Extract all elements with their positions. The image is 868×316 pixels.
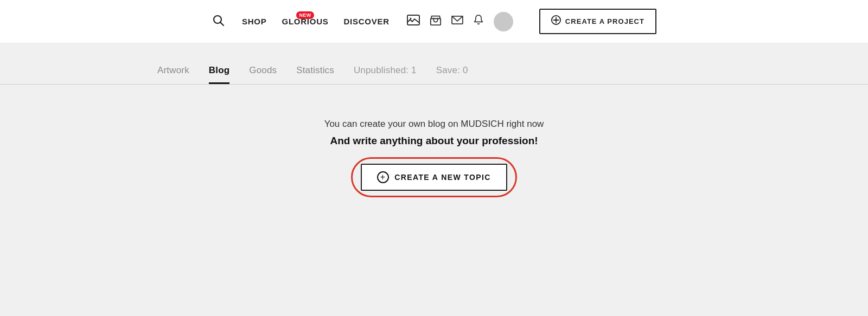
tab-artwork[interactable]: Artwork [157,65,189,84]
mail-icon[interactable] [451,15,463,28]
tab-unpublished[interactable]: Unpublished: 1 [354,65,417,84]
header-icons [407,12,513,31]
create-topic-button[interactable]: + CREATE A NEW TOPIC [361,164,507,191]
create-topic-plus-icon: + [377,171,389,183]
create-topic-label: CREATE A NEW TOPIC [394,173,491,182]
tab-statistics[interactable]: Statistics [296,65,334,84]
shop-icon[interactable] [430,14,442,29]
gallery-icon[interactable] [407,15,420,28]
nav-glorious[interactable]: NEW GLORIOUS [282,17,328,26]
create-project-button[interactable]: CREATE A PROJECT [539,9,656,34]
avatar[interactable] [494,12,513,31]
main-content: You can create your own blog on MUDSICH … [0,85,868,212]
header: SHOP NEW GLORIOUS DISCOVER [0,0,868,43]
tab-save[interactable]: Save: 0 [436,65,468,84]
create-project-plus-icon [551,15,561,28]
search-icon[interactable] [212,14,225,30]
tabs-row: Artwork Blog Goods Statistics Unpublishe… [157,65,711,84]
tabs-section: Artwork Blog Goods Statistics Unpublishe… [0,43,868,85]
svg-point-3 [410,18,411,20]
blog-desc-line1: You can create your own blog on MUDSICH … [324,119,544,129]
nav-discover[interactable]: DISCOVER [344,17,390,26]
tabs-container: Artwork Blog Goods Statistics Unpublishe… [136,65,732,84]
bell-icon[interactable] [473,14,484,29]
create-project-label: CREATE A PROJECT [565,17,644,25]
glorious-badge: NEW [296,11,314,19]
header-inner: SHOP NEW GLORIOUS DISCOVER [212,9,656,34]
tab-blog[interactable]: Blog [209,65,229,84]
blog-description: You can create your own blog on MUDSICH … [324,117,544,149]
svg-line-1 [220,22,224,25]
nav-shop[interactable]: SHOP [242,17,267,26]
tab-goods[interactable]: Goods [249,65,277,84]
main-nav: SHOP NEW GLORIOUS DISCOVER [242,17,390,26]
create-topic-wrap: + CREATE A NEW TOPIC [361,164,507,191]
blog-desc-line2: And write anything about your profession… [324,133,544,149]
